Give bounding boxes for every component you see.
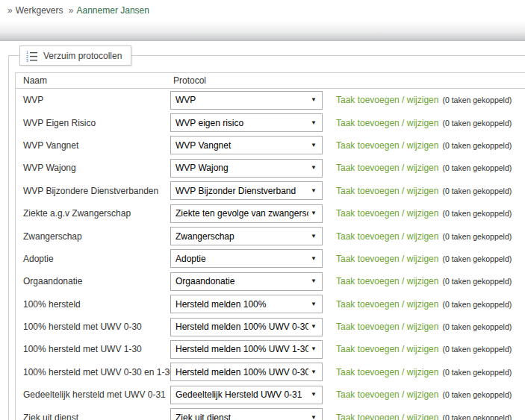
protocol-cell: WVP Vangnet ▼ (170, 136, 329, 154)
table-body: WVP WVP ▼ Taak toevoegen / wijzigen (0 t… (16, 89, 525, 420)
chevron-down-icon: ▼ (308, 278, 322, 284)
linked-tasks-count: (0 taken gekoppeld) (442, 254, 512, 263)
task-add-edit-link[interactable]: Taak toevoegen / wijzigen (336, 413, 438, 420)
chevron-down-icon: ▼ (308, 301, 322, 307)
actions-cell: Taak toevoegen / wijzigen (0 taken gekop… (329, 276, 512, 286)
task-add-edit-link[interactable]: Taak toevoegen / wijzigen (336, 231, 438, 242)
protocol-select-value: Ziek uit dienst (171, 413, 308, 420)
task-add-edit-link[interactable]: Taak toevoegen / wijzigen (336, 140, 438, 151)
task-add-edit-link[interactable]: Taak toevoegen / wijzigen (336, 299, 438, 310)
chevron-down-icon: ▼ (308, 165, 322, 171)
breadcrumb-separator-icon: » (7, 5, 13, 16)
task-add-edit-link[interactable]: Taak toevoegen / wijzigen (336, 95, 438, 105)
protocol-name-label: Gedeeltelijk hersteld met UWV 0-31 (16, 389, 170, 400)
task-add-edit-link[interactable]: Taak toevoegen / wijzigen (336, 276, 438, 286)
protocol-name-label: WVP Eigen Risico (16, 118, 170, 128)
actions-cell: Taak toevoegen / wijzigen (0 taken gekop… (329, 254, 512, 264)
table-row: Gedeeltelijk hersteld met UWV 0-31 Gedee… (16, 383, 525, 406)
protocol-name-label: Adoptie (16, 254, 170, 264)
task-add-edit-link[interactable]: Taak toevoegen / wijzigen (336, 367, 438, 377)
table-row: 100% hersteld met UWV 0-30 en 1-30 Herst… (16, 361, 525, 383)
protocol-select[interactable]: WVP eigen risico ▼ (170, 113, 323, 132)
protocol-select-value: Zwangerschap (171, 231, 308, 242)
task-add-edit-link[interactable]: Taak toevoegen / wijzigen (336, 344, 438, 354)
protocol-select[interactable]: Hersteld melden 100% ▼ (170, 295, 323, 313)
protocol-select[interactable]: Ziekte ten gevolge van zwangerscha ▼ (170, 204, 323, 223)
task-add-edit-link[interactable]: Taak toevoegen / wijzigen (336, 389, 438, 400)
protocol-cell: Ziekte ten gevolge van zwangerscha ▼ (170, 204, 329, 223)
protocol-cell: Hersteld melden 100% UWV 0-30 ▼ (170, 318, 329, 336)
table-header: Naam Protocol (16, 73, 525, 89)
chevron-down-icon: ▼ (308, 210, 322, 216)
protocol-select[interactable]: Hersteld melden 100% UWV 0-30 ▼ (170, 318, 323, 336)
protocol-select[interactable]: WVP Vangnet ▼ (170, 136, 323, 154)
ordered-list-icon: 1 2 3 (26, 50, 38, 62)
breadcrumb: »Werkgevers »Aannemer Jansen (4, 5, 149, 16)
task-add-edit-link[interactable]: Taak toevoegen / wijzigen (336, 163, 438, 173)
breadcrumb-item-werkgevers[interactable]: Werkgevers (16, 5, 63, 16)
protocol-select-value: Hersteld melden 100% (171, 299, 308, 310)
actions-cell: Taak toevoegen / wijzigen (0 taken gekop… (329, 389, 512, 400)
protocols-table: Naam Protocol WVP WVP ▼ Taak toevoegen /… (15, 72, 525, 420)
protocol-select-value: WVP eigen risico (171, 118, 308, 128)
tab-verzuim-protocollen[interactable]: 1 2 3 Verzuim protocollen (19, 46, 131, 66)
table-row: 100% hersteld met UWV 1-30 Hersteld meld… (16, 338, 525, 360)
protocol-select[interactable]: Orgaandonatie ▼ (170, 272, 323, 291)
table-row: Adoptie Adoptie ▼ Taak toevoegen / wijzi… (16, 248, 525, 270)
task-add-edit-link[interactable]: Taak toevoegen / wijzigen (336, 254, 438, 264)
actions-cell: Taak toevoegen / wijzigen (0 taken gekop… (329, 95, 512, 105)
actions-cell: Taak toevoegen / wijzigen (0 taken gekop… (329, 367, 512, 377)
protocol-select-value: Ziekte ten gevolge van zwangerscha (171, 208, 308, 219)
breadcrumb-separator-icon: » (69, 5, 74, 16)
table-row: WVP Wajong WVP Wajong ▼ Taak toevoegen /… (16, 157, 525, 179)
protocol-select-value: Adoptie (171, 254, 308, 264)
protocol-cell: Gedeeltelijk Hersteld UWV 0-31 ▼ (170, 386, 329, 404)
protocol-cell: Ziek uit dienst ▼ (170, 408, 329, 420)
table-row: 100% hersteld met UWV 0-30 Hersteld meld… (16, 316, 525, 338)
actions-cell: Taak toevoegen / wijzigen (0 taken gekop… (329, 118, 512, 128)
linked-tasks-count: (0 taken gekoppeld) (442, 163, 512, 172)
chevron-down-icon: ▼ (308, 188, 322, 194)
protocol-select[interactable]: WVP Bijzonder Dienstverband ▼ (170, 181, 323, 200)
actions-cell: Taak toevoegen / wijzigen (0 taken gekop… (329, 413, 512, 420)
protocol-select[interactable]: Adoptie ▼ (170, 249, 323, 268)
protocol-cell: WVP Wajong ▼ (170, 159, 329, 178)
task-add-edit-link[interactable]: Taak toevoegen / wijzigen (336, 322, 438, 332)
protocol-select[interactable]: WVP ▼ (170, 91, 323, 110)
protocol-select-value: Hersteld melden 100% UWV 0-30 (171, 322, 308, 332)
protocol-select[interactable]: Ziek uit dienst ▼ (170, 408, 323, 420)
protocol-select-value: Orgaandonatie (171, 276, 308, 286)
protocol-select[interactable]: Hersteld melden 100% UWV 0-30 + ▼ (170, 363, 323, 381)
protocol-select-value: WVP Bijzonder Dienstverband (171, 186, 308, 196)
table-row: Zwangerschap Zwangerschap ▼ Taak toevoeg… (16, 225, 525, 247)
actions-cell: Taak toevoegen / wijzigen (0 taken gekop… (329, 208, 512, 219)
table-row: Orgaandonatie Orgaandonatie ▼ Taak toevo… (16, 270, 525, 292)
task-add-edit-link[interactable]: Taak toevoegen / wijzigen (336, 208, 438, 219)
task-add-edit-link[interactable]: Taak toevoegen / wijzigen (336, 118, 438, 128)
protocol-cell: WVP eigen risico ▼ (170, 113, 329, 132)
chevron-down-icon: ▼ (308, 415, 322, 420)
protocol-name-label: Zwangerschap (16, 231, 170, 242)
protocol-cell: Orgaandonatie ▼ (170, 272, 329, 291)
protocol-select-value: Gedeeltelijk Hersteld UWV 0-31 (171, 389, 308, 400)
breadcrumb-item-aannemer-jansen[interactable]: Aannemer Jansen (77, 5, 149, 16)
linked-tasks-count: (0 taken gekoppeld) (442, 345, 512, 354)
protocol-select[interactable]: Hersteld melden 100% UWV 1-30 ▼ (170, 340, 323, 359)
protocol-name-label: 100% hersteld met UWV 0-30 (16, 322, 170, 332)
chevron-down-icon: ▼ (308, 233, 322, 239)
linked-tasks-count: (0 taken gekoppeld) (442, 187, 512, 195)
protocol-cell: Hersteld melden 100% UWV 0-30 + ▼ (170, 363, 329, 381)
protocol-name-label: Ziekte a.g.v Zwangerschap (16, 208, 170, 219)
protocol-cell: Adoptie ▼ (170, 249, 329, 268)
task-add-edit-link[interactable]: Taak toevoegen / wijzigen (336, 186, 438, 196)
table-row: Ziekte a.g.v Zwangerschap Ziekte ten gev… (16, 202, 525, 225)
protocol-select[interactable]: WVP Wajong ▼ (170, 159, 323, 178)
protocol-select[interactable]: Gedeeltelijk Hersteld UWV 0-31 ▼ (170, 386, 323, 404)
linked-tasks-count: (0 taken gekoppeld) (442, 322, 512, 331)
protocol-select[interactable]: Zwangerschap ▼ (170, 227, 323, 245)
table-row: WVP Vangnet WVP Vangnet ▼ Taak toevoegen… (16, 134, 525, 157)
chevron-down-icon: ▼ (308, 120, 322, 126)
actions-cell: Taak toevoegen / wijzigen (0 taken gekop… (329, 344, 512, 354)
protocol-name-label: WVP Vangnet (16, 140, 170, 151)
actions-cell: Taak toevoegen / wijzigen (0 taken gekop… (329, 186, 512, 196)
